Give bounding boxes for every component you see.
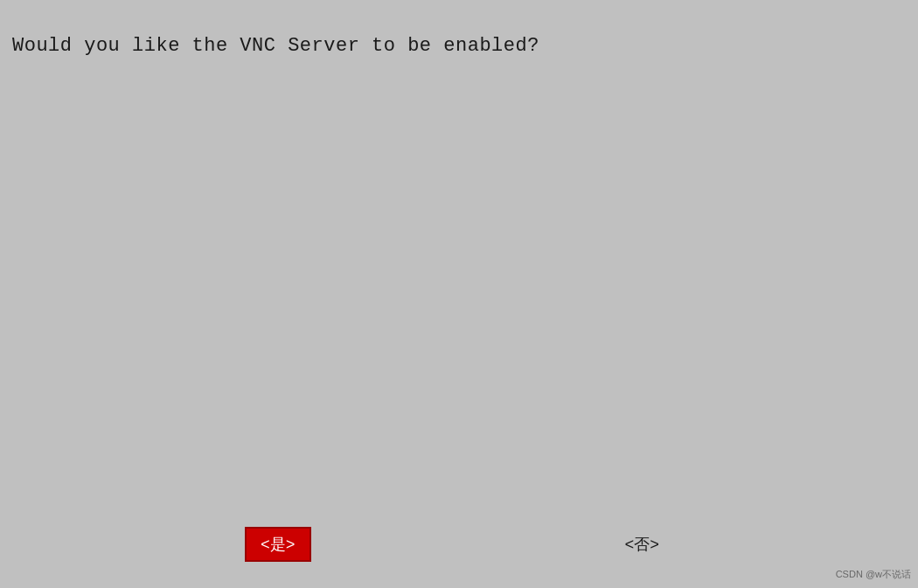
watermark: CSDN @w不说话	[836, 568, 911, 581]
yes-button[interactable]: <是>	[245, 527, 311, 562]
question-text: Would you like the VNC Server to be enab…	[12, 35, 539, 57]
main-content: Would you like the VNC Server to be enab…	[0, 0, 918, 588]
buttons-container: <是> <否>	[0, 527, 918, 562]
no-button[interactable]: <否>	[610, 529, 673, 560]
